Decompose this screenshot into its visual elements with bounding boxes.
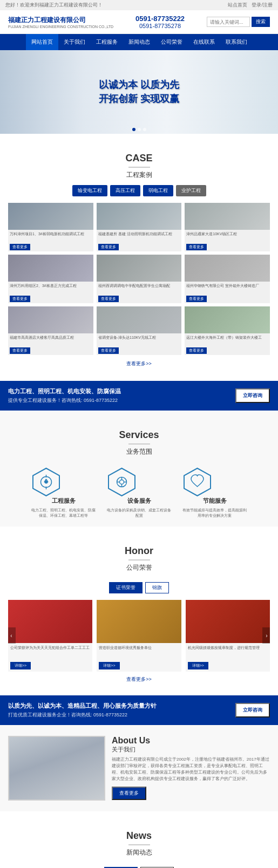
hero-dot-2[interactable] (138, 128, 141, 131)
hero-dots (132, 128, 146, 131)
case-text-5: 福州华钢铁气有限公司 室外箱外大楼铸造厂 (185, 282, 270, 292)
case-tab-2[interactable]: 弱电工程 (143, 185, 173, 196)
search-input[interactable] (207, 17, 250, 27)
service-desc-0: 电力工程、照明工程、机电安装、防腐保温、环保工程、幕墙工程等 (31, 508, 96, 518)
case-tab-3[interactable]: 业护工程 (176, 185, 206, 196)
honor-btn-1[interactable]: 详细>> (99, 662, 119, 669)
case-more-6[interactable]: 查看更多 (10, 347, 30, 354)
case-more-4[interactable]: 查看更多 (98, 296, 119, 302)
news-divider (128, 844, 150, 845)
hero-dot-1[interactable] (132, 128, 135, 131)
services-title-en: Services (8, 429, 270, 441)
news-title: News 新闻动态 (8, 819, 270, 863)
honor-img-1 (97, 600, 181, 643)
services-grid: 工程服务 电力工程、照明工程、机电安装、防腐保温、环保工程、幕墙工程等 设备服务… (8, 467, 270, 518)
nav-item-about[interactable]: 关于我们 (58, 34, 91, 50)
service-name-2: 节能服务 (182, 497, 247, 505)
about-description: 福建正力工程建设有限公司成立于2002年，注册地位于福建省福州市。2017年通过… (112, 756, 270, 782)
case-more-8[interactable]: 查看更多 (186, 347, 207, 354)
honor-item-0: 公司荣获评为为关天天无犯组合作工单二工工工 详细>> (8, 600, 92, 672)
hero-text: 以诚为本 以质为先 开拓创新 实现双赢 (99, 78, 179, 105)
services-section: Services 业务范围 工程服务 电力工程、照明工程、机电安装、防腐保温、环… (0, 411, 278, 527)
case-item-8: 远江大楼外大海外工程（带）铸架装作大楼工 查看更多 (185, 306, 270, 355)
top-bar-links: 站点首页 登录/注册 (228, 2, 273, 9)
case-tab-1[interactable]: 高压工程 (110, 185, 140, 196)
service-item-0: 工程服务 电力工程、照明工程、机电安装、防腐保温、环保工程、幕墙工程等 (31, 467, 96, 518)
case-item-7: 省调变设备-漳头达110KV无线工程 查看更多 (97, 306, 182, 355)
phone-primary: 0591-87735222 (135, 15, 185, 23)
service-name-0: 工程服务 (31, 497, 96, 505)
company-name-cn: 福建正力工程建设有限公司 (8, 16, 113, 25)
case-img-8 (185, 306, 270, 333)
svg-point-6 (44, 481, 48, 484)
hero-content: 以诚为本 以质为先 开拓创新 实现双赢 (88, 67, 190, 116)
services-title: Services 业务范围 (8, 419, 270, 462)
about-title-en: About Us (112, 736, 270, 746)
honor-item-1: 营造职业道德环境优秀服务单位 详细>> (97, 600, 181, 672)
honor-more-link[interactable]: 查看更多>> (8, 672, 270, 687)
service-name-1: 设备服务 (107, 497, 172, 505)
hero-line2: 开拓创新 实现双赢 (99, 92, 179, 106)
honor-img-0 (8, 600, 92, 643)
case-item-1: 福建基建所 基建 活动照明新机功能调试工程 查看更多 (97, 203, 182, 251)
case-more-1[interactable]: 查看更多 (98, 244, 119, 250)
services-divider (128, 443, 150, 445)
nav-item-news[interactable]: 新闻动态 (123, 34, 155, 50)
about-image (8, 736, 105, 801)
news-title-en: News (8, 830, 270, 842)
case-text-2: 漳州品通家大道10KV场区工程 (185, 230, 270, 241)
honor-btn-2[interactable]: 详细>> (188, 662, 208, 669)
search-area: 搜索 (207, 17, 270, 27)
honor-divider (128, 559, 150, 561)
about-title-cn: 关于我们 (112, 746, 270, 754)
honor-tab-1[interactable]: 锦旗 (145, 582, 169, 593)
case-more-7[interactable]: 查看更多 (98, 347, 119, 354)
top-bar-link-home[interactable]: 站点首页 (228, 2, 247, 9)
case-text-6: 福建市高高酒店大楼客厅高真品质工程 (8, 333, 93, 344)
case-img-4 (97, 255, 182, 282)
case-item-0: 万科漳州项目1、3#栋弱电新机功能调试工程 查看更多 (8, 203, 93, 251)
service-icon-1 (107, 467, 137, 497)
honor-tab-0[interactable]: 证书荣誉 (109, 582, 143, 593)
case-title-cn: 工程案例 (8, 170, 270, 180)
top-bar-welcome: 您好！欢迎来到福建正力工程建设有限公司！ (5, 2, 103, 9)
case-item-4: 福州西调调调电中学配电配置学生公寓场配 查看更多 (97, 255, 182, 303)
case-tabs: 输变电工程 高压工程 弱电工程 业护工程 (8, 185, 270, 196)
honor-section: Honor 公司荣誉 证书荣誉 锦旗 ‹ 公司荣获评为为关天天无犯组合作工单二工… (0, 527, 278, 695)
honor-btn-0[interactable]: 详细>> (10, 662, 31, 669)
about-img-inner (9, 737, 104, 799)
nav-item-contact[interactable]: 联系我们 (220, 34, 253, 50)
nav-item-honor[interactable]: 公司荣誉 (155, 34, 188, 50)
case-img-3 (8, 255, 93, 282)
about-more-button[interactable]: 查看更多 (112, 787, 146, 800)
case-more-link[interactable]: 查看更多>> (8, 355, 270, 373)
nav-item-contact-online[interactable]: 在线联系 (188, 34, 220, 50)
main-nav: 网站首页 关于我们 工程服务 新闻动态 公司荣誉 在线联系 联系我们 (0, 34, 278, 50)
case-more-0[interactable]: 查看更多 (10, 244, 30, 250)
case-item-3: 漳州万科用组区2、3#栋基正力完成工程 查看更多 (8, 255, 93, 303)
case-more-2[interactable]: 查看更多 (186, 244, 207, 250)
honor-text-1: 营造职业道德环境优秀服务单位 (97, 643, 181, 659)
service-item-1: 设备服务 电力设备的采购及供销、成套工程设备配置 (107, 467, 172, 518)
news-title-cn: 新闻动态 (8, 848, 270, 857)
nav-item-services[interactable]: 工程服务 (91, 34, 123, 50)
nav-item-home[interactable]: 网站首页 (26, 34, 58, 50)
phone-secondary: 0591-87735278 (135, 23, 185, 29)
blue-banner-2-btn[interactable]: 立即咨询 (235, 703, 270, 717)
about-text-area: About Us 关于我们 福建正力工程建设有限公司成立于2002年，注册地位于… (112, 736, 270, 800)
hero-dot-3[interactable] (143, 128, 146, 131)
case-tab-0[interactable]: 输变电工程 (72, 185, 107, 196)
honor-next-arrow[interactable]: › (262, 627, 270, 644)
case-more-5[interactable]: 查看更多 (186, 296, 207, 302)
honor-title-cn: 公司荣誉 (8, 563, 270, 572)
honor-prev-arrow[interactable]: ‹ (8, 627, 16, 644)
case-text-0: 万科漳州项目1、3#栋弱电新机功能调试工程 (8, 230, 93, 241)
top-bar: 您好！欢迎来到福建正力工程建设有限公司！ 站点首页 登录/注册 (0, 0, 278, 10)
search-button[interactable]: 搜索 (252, 17, 270, 27)
top-bar-link-login[interactable]: 登录/注册 (252, 2, 273, 9)
blue-banner-1-btn[interactable]: 立即咨询 (235, 388, 270, 403)
case-more-3[interactable]: 查看更多 (10, 296, 30, 302)
hero-banner: 以诚为本 以质为先 开拓创新 实现双赢 (0, 50, 278, 134)
logo-area: 福建正力工程建设有限公司 FUJIAN ZHENGLI ENGINEERING … (8, 16, 113, 29)
honor-img-2 (186, 600, 270, 643)
